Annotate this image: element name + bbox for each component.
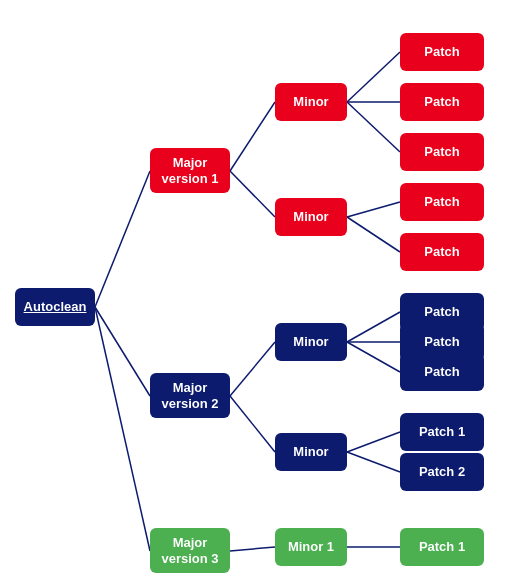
minor1b-node: Minor <box>275 198 347 236</box>
svg-line-8 <box>347 202 400 217</box>
patch3-node: Patch <box>400 133 484 171</box>
autoclean-node: Autoclean <box>15 288 95 326</box>
major1-node: Major version 1 <box>150 148 230 193</box>
patch8-node: Patch <box>400 353 484 391</box>
svg-line-2 <box>95 307 150 551</box>
svg-line-16 <box>347 452 400 472</box>
patch9-node: Patch 1 <box>400 413 484 451</box>
svg-line-5 <box>347 52 400 102</box>
svg-line-12 <box>347 312 400 342</box>
svg-line-0 <box>95 171 150 307</box>
patch5-node: Patch <box>400 233 484 271</box>
svg-line-11 <box>230 396 275 452</box>
patch11-node: Patch 1 <box>400 528 484 566</box>
minor1a-node: Minor <box>275 83 347 121</box>
major2-node: Major version 2 <box>150 373 230 418</box>
svg-line-14 <box>347 342 400 372</box>
patch4-node: Patch <box>400 183 484 221</box>
tree-diagram: Autoclean Major version 1 Major version … <box>0 0 508 584</box>
svg-line-10 <box>230 342 275 396</box>
svg-line-9 <box>347 217 400 252</box>
svg-line-17 <box>230 547 275 551</box>
svg-line-1 <box>95 307 150 396</box>
svg-line-15 <box>347 432 400 452</box>
svg-line-3 <box>230 102 275 171</box>
minor3a-node: Minor 1 <box>275 528 347 566</box>
major3-node: Major version 3 <box>150 528 230 573</box>
svg-line-4 <box>230 171 275 217</box>
svg-line-7 <box>347 102 400 152</box>
minor2a-node: Minor <box>275 323 347 361</box>
minor2b-node: Minor <box>275 433 347 471</box>
patch10-node: Patch 2 <box>400 453 484 491</box>
patch1-node: Patch <box>400 33 484 71</box>
patch2-node: Patch <box>400 83 484 121</box>
